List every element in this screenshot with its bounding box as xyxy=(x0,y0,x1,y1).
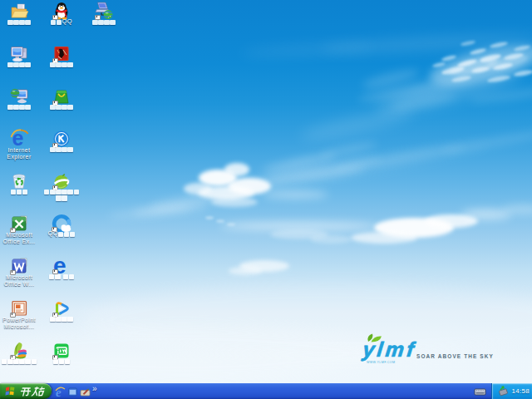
svg-text:WWW.YLMF.COM: WWW.YLMF.COM xyxy=(367,361,395,364)
svg-text:ylmf: ylmf xyxy=(360,337,417,361)
svg-text:SOAR ABOVE THE SKY: SOAR ABOVE THE SKY xyxy=(416,353,494,359)
